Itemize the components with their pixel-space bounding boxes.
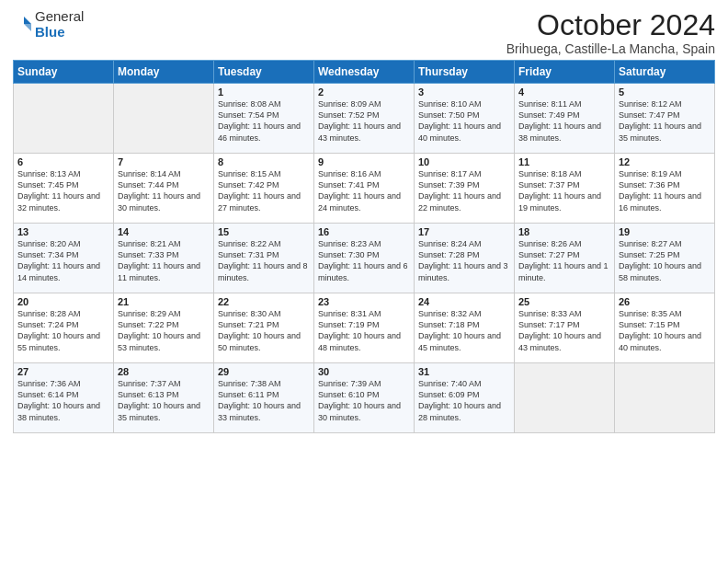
cell-info: Sunrise: 7:39 AM Sunset: 6:10 PM Dayligh… (318, 378, 410, 423)
day-header-tuesday: Tuesday (214, 61, 314, 84)
header: General Blue October 2024 Brihuega, Cast… (13, 9, 715, 56)
logo-blue: Blue (35, 25, 84, 40)
calendar-cell: 9Sunrise: 8:16 AM Sunset: 7:41 PM Daylig… (314, 154, 415, 224)
day-number: 2 (318, 86, 410, 98)
calendar-cell: 1Sunrise: 8:08 AM Sunset: 7:54 PM Daylig… (214, 84, 314, 154)
logo-icon (13, 15, 33, 35)
calendar-cell: 2Sunrise: 8:09 AM Sunset: 7:52 PM Daylig… (314, 84, 415, 154)
calendar-cell (14, 84, 114, 154)
cell-info: Sunrise: 8:13 AM Sunset: 7:45 PM Dayligh… (17, 168, 109, 213)
cell-info: Sunrise: 8:21 AM Sunset: 7:33 PM Dayligh… (118, 238, 210, 283)
cell-info: Sunrise: 8:26 AM Sunset: 7:27 PM Dayligh… (518, 238, 610, 283)
calendar-week-0: 1Sunrise: 8:08 AM Sunset: 7:54 PM Daylig… (14, 84, 715, 154)
day-number: 5 (619, 86, 711, 98)
cell-info: Sunrise: 8:14 AM Sunset: 7:44 PM Dayligh… (118, 168, 210, 213)
calendar-cell: 30Sunrise: 7:39 AM Sunset: 6:10 PM Dayli… (314, 363, 415, 433)
calendar-week-3: 20Sunrise: 8:28 AM Sunset: 7:24 PM Dayli… (14, 293, 715, 363)
cell-info: Sunrise: 7:37 AM Sunset: 6:13 PM Dayligh… (118, 378, 210, 423)
calendar-cell: 26Sunrise: 8:35 AM Sunset: 7:15 PM Dayli… (615, 293, 715, 363)
cell-info: Sunrise: 8:32 AM Sunset: 7:18 PM Dayligh… (418, 308, 510, 353)
day-number: 9 (318, 156, 410, 167)
day-header-friday: Friday (515, 61, 615, 84)
calendar-table: SundayMondayTuesdayWednesdayThursdayFrid… (13, 60, 715, 433)
calendar-cell: 17Sunrise: 8:24 AM Sunset: 7:28 PM Dayli… (415, 224, 515, 293)
day-number: 31 (418, 366, 510, 377)
svg-marker-1 (24, 24, 31, 31)
calendar-week-2: 13Sunrise: 8:20 AM Sunset: 7:34 PM Dayli… (14, 224, 715, 293)
day-number: 29 (218, 366, 310, 377)
calendar-cell: 15Sunrise: 8:22 AM Sunset: 7:31 PM Dayli… (214, 224, 314, 293)
calendar-cell: 24Sunrise: 8:32 AM Sunset: 7:18 PM Dayli… (415, 293, 515, 363)
day-number: 10 (418, 156, 510, 167)
day-number: 7 (118, 156, 210, 167)
cell-info: Sunrise: 8:30 AM Sunset: 7:21 PM Dayligh… (218, 308, 310, 353)
cell-info: Sunrise: 8:28 AM Sunset: 7:24 PM Dayligh… (17, 308, 109, 353)
cell-info: Sunrise: 8:09 AM Sunset: 7:52 PM Dayligh… (318, 98, 410, 144)
day-number: 19 (619, 226, 711, 237)
calendar-cell: 4Sunrise: 8:11 AM Sunset: 7:49 PM Daylig… (515, 84, 615, 154)
logo: General Blue (13, 9, 84, 40)
cell-info: Sunrise: 8:20 AM Sunset: 7:34 PM Dayligh… (17, 238, 109, 283)
month-title: October 2024 (506, 9, 715, 41)
day-number: 20 (17, 296, 109, 307)
day-number: 16 (318, 226, 410, 237)
calendar-week-1: 6Sunrise: 8:13 AM Sunset: 7:45 PM Daylig… (14, 154, 715, 224)
day-number: 30 (318, 366, 410, 377)
logo-general: General (35, 9, 84, 25)
calendar-week-4: 27Sunrise: 7:36 AM Sunset: 6:14 PM Dayli… (14, 363, 715, 433)
calendar-cell: 20Sunrise: 8:28 AM Sunset: 7:24 PM Dayli… (14, 293, 114, 363)
cell-info: Sunrise: 8:11 AM Sunset: 7:49 PM Dayligh… (518, 98, 610, 144)
day-number: 26 (619, 296, 711, 307)
day-number: 28 (118, 366, 210, 377)
calendar-cell: 21Sunrise: 8:29 AM Sunset: 7:22 PM Dayli… (114, 293, 214, 363)
cell-info: Sunrise: 8:12 AM Sunset: 7:47 PM Dayligh… (619, 98, 711, 144)
day-header-saturday: Saturday (615, 61, 715, 84)
cell-info: Sunrise: 8:22 AM Sunset: 7:31 PM Dayligh… (218, 238, 310, 283)
calendar-cell: 27Sunrise: 7:36 AM Sunset: 6:14 PM Dayli… (14, 363, 114, 433)
calendar-cell: 12Sunrise: 8:19 AM Sunset: 7:36 PM Dayli… (615, 154, 715, 224)
cell-info: Sunrise: 7:40 AM Sunset: 6:09 PM Dayligh… (418, 378, 510, 423)
day-number: 6 (17, 156, 109, 167)
calendar-body: 1Sunrise: 8:08 AM Sunset: 7:54 PM Daylig… (14, 84, 715, 433)
calendar-cell (615, 363, 715, 433)
calendar-cell: 28Sunrise: 7:37 AM Sunset: 6:13 PM Dayli… (114, 363, 214, 433)
cell-info: Sunrise: 8:29 AM Sunset: 7:22 PM Dayligh… (118, 308, 210, 353)
day-number: 18 (518, 226, 610, 237)
cell-info: Sunrise: 8:18 AM Sunset: 7:37 PM Dayligh… (518, 168, 610, 213)
day-number: 24 (418, 296, 510, 307)
day-number: 4 (518, 86, 610, 98)
cell-info: Sunrise: 8:31 AM Sunset: 7:19 PM Dayligh… (318, 308, 410, 353)
cell-info: Sunrise: 8:15 AM Sunset: 7:42 PM Dayligh… (218, 168, 310, 213)
day-number: 12 (619, 156, 711, 167)
cell-info: Sunrise: 8:35 AM Sunset: 7:15 PM Dayligh… (619, 308, 711, 353)
day-number: 23 (318, 296, 410, 307)
day-number: 1 (218, 86, 310, 98)
day-header-monday: Monday (114, 61, 214, 84)
calendar-cell: 16Sunrise: 8:23 AM Sunset: 7:30 PM Dayli… (314, 224, 415, 293)
day-header-wednesday: Wednesday (314, 61, 415, 84)
day-number: 22 (218, 296, 310, 307)
calendar-cell: 25Sunrise: 8:33 AM Sunset: 7:17 PM Dayli… (515, 293, 615, 363)
calendar-cell: 7Sunrise: 8:14 AM Sunset: 7:44 PM Daylig… (114, 154, 214, 224)
day-number: 17 (418, 226, 510, 237)
cell-info: Sunrise: 8:19 AM Sunset: 7:36 PM Dayligh… (619, 168, 711, 213)
day-number: 14 (118, 226, 210, 237)
calendar-cell: 31Sunrise: 7:40 AM Sunset: 6:09 PM Dayli… (415, 363, 515, 433)
title-block: October 2024 Brihuega, Castille-La Manch… (506, 9, 715, 56)
calendar-cell: 10Sunrise: 8:17 AM Sunset: 7:39 PM Dayli… (415, 154, 515, 224)
day-number: 13 (17, 226, 109, 237)
cell-info: Sunrise: 8:33 AM Sunset: 7:17 PM Dayligh… (518, 308, 610, 353)
cell-info: Sunrise: 8:08 AM Sunset: 7:54 PM Dayligh… (218, 98, 310, 144)
cell-info: Sunrise: 8:17 AM Sunset: 7:39 PM Dayligh… (418, 168, 510, 213)
cell-info: Sunrise: 7:36 AM Sunset: 6:14 PM Dayligh… (17, 378, 109, 423)
cell-info: Sunrise: 8:23 AM Sunset: 7:30 PM Dayligh… (318, 238, 410, 283)
day-number: 8 (218, 156, 310, 167)
day-number: 27 (17, 366, 109, 377)
calendar-cell (114, 84, 214, 154)
cell-info: Sunrise: 8:10 AM Sunset: 7:50 PM Dayligh… (418, 98, 510, 144)
location: Brihuega, Castille-La Mancha, Spain (506, 41, 715, 56)
calendar-cell: 23Sunrise: 8:31 AM Sunset: 7:19 PM Dayli… (314, 293, 415, 363)
logo-text: General Blue (35, 9, 84, 40)
day-header-thursday: Thursday (415, 61, 515, 84)
day-header-sunday: Sunday (14, 61, 114, 84)
